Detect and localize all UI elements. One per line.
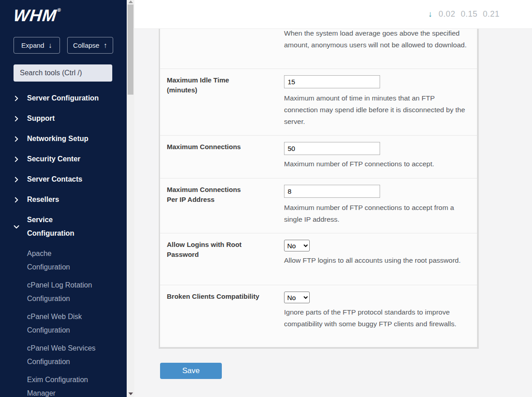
- sidebar-subitem-apache-configuration[interactable]: Apache Configuration: [27, 247, 113, 274]
- help-text: Ignore parts of the FTP protocol standar…: [284, 306, 469, 330]
- sidebar-subitem-cpanel-web-disk[interactable]: cPanel Web Disk Configuration: [27, 310, 113, 337]
- help-text: When the system load average goes above …: [284, 27, 469, 51]
- row-label: Allow Logins with Root Password: [167, 240, 284, 278]
- main-content: When the system load average goes above …: [134, 29, 532, 397]
- row-label: Maximum Connections: [167, 142, 284, 171]
- form-row-maximum-idle-time: Maximum Idle Time (minutes) Maximum amou…: [160, 68, 477, 135]
- collapse-button[interactable]: Collapse ↑: [67, 37, 114, 54]
- sidebar-item-service-configuration[interactable]: Service Configuration: [0, 213, 127, 240]
- chevron-right-icon: [14, 177, 19, 183]
- subitem-label: cPanel Log Rotation Configuration: [27, 281, 92, 302]
- load-average-display: ↓ 0.02 0.15 0.21: [428, 9, 500, 19]
- chevron-right-icon: [14, 156, 19, 162]
- sidebar-item-label: Service Configuration: [27, 213, 86, 240]
- form-row-anonymous-download-help: When the system load average goes above …: [160, 29, 477, 68]
- sidebar-subnav: Apache Configuration cPanel Log Rotation…: [27, 247, 127, 397]
- row-label: Maximum Idle Time (minutes): [167, 75, 284, 128]
- maximum-connections-per-ip-input[interactable]: [284, 185, 380, 198]
- scroll-down-arrow-icon[interactable]: [128, 392, 133, 395]
- chevron-right-icon: [14, 96, 19, 101]
- help-text: Maximum number of FTP connections to acc…: [284, 202, 469, 225]
- broken-clients-compatibility-select[interactable]: No: [284, 292, 310, 303]
- form-row-maximum-connections: Maximum Connections Maximum number of FT…: [160, 135, 477, 178]
- whm-logo: WHM®: [13, 6, 58, 25]
- sidebar-item-label: Networking Setup: [27, 132, 117, 146]
- arrow-up-icon: ↑: [103, 41, 107, 50]
- expand-label: Expand: [21, 41, 44, 49]
- chevron-right-icon: [14, 136, 19, 142]
- collapse-label: Collapse: [73, 41, 99, 49]
- row-label: Broken Clients Compatibility: [167, 292, 284, 340]
- load-average-15min: 0.21: [483, 9, 500, 19]
- arrow-down-icon: ↓: [48, 41, 52, 50]
- settings-form-panel: When the system load average goes above …: [159, 29, 479, 349]
- help-text: Maximum amount of time in minutes that a…: [284, 92, 469, 128]
- subitem-label: Apache Configuration: [27, 247, 95, 274]
- form-row-maximum-connections-per-ip: Maximum Connections Per IP Address Maxim…: [160, 178, 477, 233]
- sidebar-item-resellers[interactable]: Resellers: [0, 193, 127, 206]
- sidebar-item-server-configuration[interactable]: Server Configuration: [0, 91, 127, 105]
- expand-button[interactable]: Expand ↓: [14, 37, 60, 54]
- sidebar: WHM® Expand ↓ Collapse ↑ Server Configur…: [0, 0, 127, 397]
- sidebar-item-label: Security Center: [27, 152, 117, 166]
- form-row-broken-clients-compatibility: Broken Clients Compatibility No Ignore p…: [160, 285, 477, 347]
- sidebar-scrollbar[interactable]: [127, 0, 134, 397]
- sidebar-item-label: Server Contacts: [27, 173, 117, 186]
- sidebar-item-label: Support: [27, 112, 117, 125]
- sidebar-item-security-center[interactable]: Security Center: [0, 152, 127, 166]
- top-header-bar: ↓ 0.02 0.15 0.21: [134, 0, 532, 29]
- sidebar-subitem-cpanel-web-services[interactable]: cPanel Web Services Configuration: [27, 342, 113, 369]
- sidebar-item-networking-setup[interactable]: Networking Setup: [0, 132, 127, 146]
- sidebar-subitem-exim-configuration-manager[interactable]: Exim Configuration Manager: [27, 373, 113, 397]
- load-arrow-icon: ↓: [428, 9, 432, 19]
- allow-root-password-select[interactable]: No: [284, 240, 310, 251]
- chevron-right-icon: [14, 116, 19, 122]
- load-average-1min: 0.02: [439, 9, 455, 19]
- help-text: Maximum number of FTP connections to acc…: [284, 158, 469, 170]
- subitem-label: cPanel Web Services Configuration: [27, 344, 96, 365]
- search-input[interactable]: [14, 64, 112, 82]
- row-label: Maximum Connections Per IP Address: [167, 185, 284, 226]
- sidebar-item-label: Resellers: [27, 193, 117, 206]
- row-label: [167, 29, 284, 61]
- subitem-label: cPanel Web Disk Configuration: [27, 310, 95, 337]
- sidebar-item-server-contacts[interactable]: Server Contacts: [0, 173, 127, 186]
- registered-mark: ®: [57, 7, 61, 13]
- load-average-5min: 0.15: [461, 9, 477, 19]
- form-row-allow-root-login: Allow Logins with Root Password No Allow…: [160, 233, 477, 285]
- chevron-right-icon: [14, 197, 19, 203]
- maximum-idle-time-input[interactable]: [284, 75, 380, 88]
- subitem-label: Exim Configuration Manager: [27, 376, 88, 397]
- sidebar-subitem-cpanel-log-rotation[interactable]: cPanel Log Rotation Configuration: [27, 278, 113, 306]
- sidebar-nav: Server Configuration Support Networking …: [0, 91, 127, 240]
- save-button[interactable]: Save: [160, 363, 222, 379]
- scrollbar-thumb[interactable]: [128, 5, 133, 95]
- sidebar-item-support[interactable]: Support: [0, 112, 127, 125]
- sidebar-item-label: Server Configuration: [27, 91, 117, 105]
- chevron-down-icon: [14, 224, 19, 230]
- scroll-up-arrow-icon[interactable]: [128, 0, 133, 3]
- maximum-connections-input[interactable]: [284, 142, 380, 155]
- help-text: Allow FTP logins to all accounts using t…: [284, 255, 469, 266]
